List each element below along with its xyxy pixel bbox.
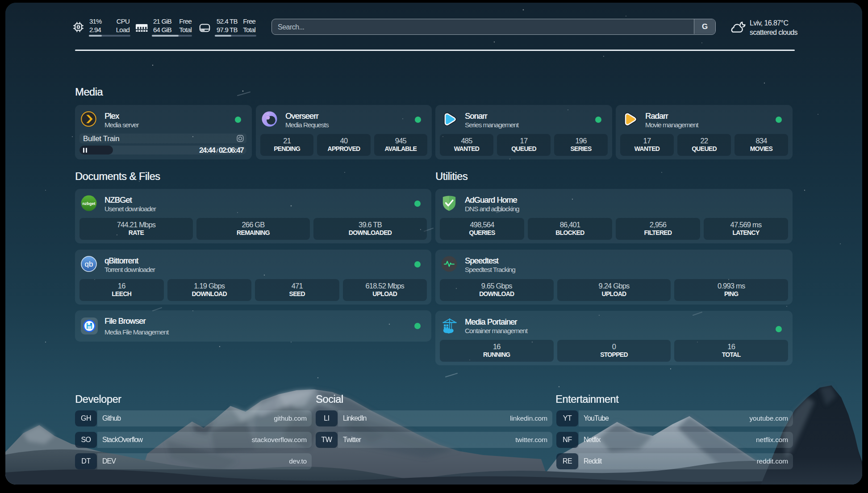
svg-text:qb: qb — [85, 260, 93, 268]
svg-text:nzbget: nzbget — [83, 201, 96, 206]
